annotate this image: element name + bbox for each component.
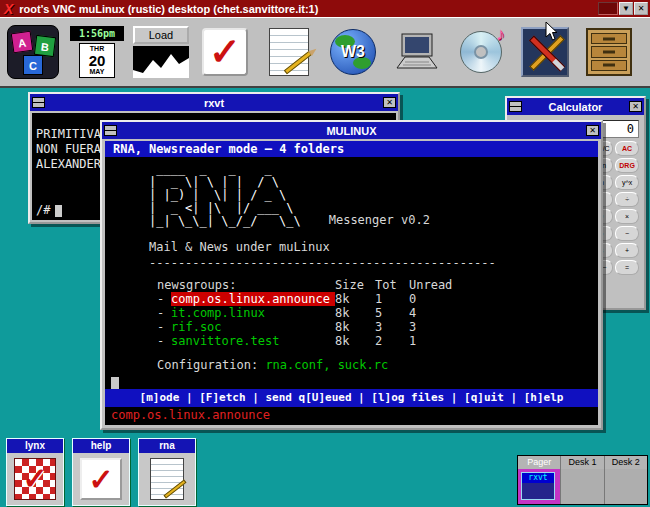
www-globe-icon[interactable]: W3 [324,21,382,83]
newsgroup-name[interactable]: rif.soc [171,320,335,334]
x11-logo-icon: X [4,1,13,17]
calc-button[interactable]: AC [615,141,639,156]
check-icon: ✓ [209,31,241,73]
rna-subtitle: Mail & News under muLinux [149,240,598,254]
help-icon-title[interactable]: help [73,439,129,453]
block-b: B [34,35,56,57]
load-button[interactable]: Load [133,26,189,44]
tasks-check-icon[interactable]: ✓ [196,21,254,83]
pager-desk-1[interactable]: Desk 1 [561,456,604,504]
lynx-icon-title[interactable]: lynx [7,439,63,453]
help-icon-window[interactable]: help ✓ [72,438,130,506]
newsgroup-name[interactable]: comp.os.linux.announce [171,292,335,306]
file-cabinet-icon[interactable] [580,21,638,83]
calc-button[interactable]: = [615,260,639,275]
calc-button[interactable]: y^x [615,175,639,190]
shell-prompt: /# [36,203,50,218]
text-cursor [55,205,62,217]
calculator-close-button[interactable]: ✕ [629,101,642,112]
calc-button[interactable]: + [615,243,639,258]
clock-time: 1:56pm [70,26,124,41]
rna-mode-header: RNA, Newsreader mode — 4 folders [105,141,598,157]
configuration-files: rna.conf, suck.rc [265,358,388,372]
rna-icon-title[interactable]: rna [139,439,195,453]
laptop-icon[interactable] [388,21,446,83]
calc-button[interactable]: DRG [615,158,639,173]
mouse-cursor [545,22,559,46]
load-monitor[interactable]: Load [132,21,190,83]
vnc-titlebar[interactable]: X root's VNC muLinux (rustic) desktop (c… [0,0,650,17]
calendar-month: MAY [80,68,114,75]
pager-desk-2[interactable]: Desk 2 [605,456,647,504]
clock-calendar-icon[interactable]: 1:56pm THR 20 MAY [68,21,126,83]
mulinux-menu-button[interactable] [104,125,117,136]
desktop: X root's VNC muLinux (rustic) desktop (c… [0,0,650,507]
newsgroup-row[interactable]: - rif.soc 8k 3 3 [157,320,598,334]
load-graph-icon [133,46,189,78]
pencil-icon [164,479,187,498]
calendar-date: 20 [80,53,114,69]
selected-newsgroup: comp.os.linux.announce [105,407,598,425]
divider: ----------------------------------------… [149,256,598,270]
mulinux-title: MULINUX [119,125,584,137]
titlebar-recess [598,2,618,15]
notepad-icon[interactable] [260,21,318,83]
help-app-icon[interactable]: ✓ [80,458,122,500]
vnc-window-title: root's VNC muLinux (rustic) desktop (che… [19,3,318,15]
calc-button[interactable]: × [615,209,639,224]
calculator-title: Calculator [524,101,627,113]
newsgroup-name[interactable]: it.comp.linux [171,306,335,320]
pager-title: Pager [518,456,560,469]
mulinux-titlebar[interactable]: MULINUX ✕ [102,122,601,139]
pager-mini-window[interactable]: rxvt [521,472,555,500]
pager-desk-current[interactable]: Pager rxvt [518,456,561,504]
rxvt-titlebar[interactable]: rxvt ✕ [30,94,398,111]
block-c: C [23,55,43,75]
music-note-icon: ♪ [496,24,505,45]
rxvt-title: rxvt [47,97,381,109]
desktop-pager[interactable]: Pager rxvt Desk 1 Desk 2 [517,455,648,505]
lynx-app-icon[interactable]: ✓ [14,458,56,500]
rxvt-close-button[interactable]: ✕ [383,97,396,108]
pencil-icon [284,51,312,75]
mulinux-close-button[interactable]: ✕ [586,125,599,136]
terminal-cursor [111,377,119,389]
close-button[interactable]: ✕ [634,2,648,15]
calc-button[interactable]: ÷ [615,192,639,207]
newsgroup-name[interactable]: sanvittore.test [171,334,335,348]
music-cd-icon[interactable]: ♪ [452,21,510,83]
newsgroup-row[interactable]: - it.comp.linux 8k 5 4 [157,306,598,320]
calculator-menu-button[interactable] [509,101,522,112]
newsgroup-row[interactable]: - sanvittore.test 8k 2 1 [157,334,598,348]
mulinux-window[interactable]: MULINUX ✕ RNA, Newsreader mode — 4 folde… [100,120,603,430]
block-a: A [11,31,34,54]
minimize-button[interactable]: ▼ [619,2,633,15]
rna-app-icon[interactable] [150,458,184,500]
rna-icon-window[interactable]: rna [138,438,196,506]
rna-version: Messenger v0.2 [329,213,430,227]
abc-blocks-icon[interactable]: A B C [4,21,62,83]
calendar: THR 20 MAY [79,43,115,77]
lynx-icon-window[interactable]: lynx ✓ [6,438,64,506]
configuration-line: Configuration: rna.conf, suck.rc [157,358,598,372]
col-unread: Unread [409,278,461,292]
calculator-titlebar[interactable]: Calculator ✕ [507,98,644,115]
newsgroup-row[interactable]: - comp.os.linux.announce 8k 1 0 [157,292,598,306]
col-tot: Tot [375,278,409,292]
rxvt-menu-button[interactable] [32,97,45,108]
col-size: Size [335,278,375,292]
rna-terminal[interactable]: RNA, Newsreader mode — 4 folders ____ _ … [105,141,598,425]
calc-button[interactable]: − [615,226,639,241]
newsgroups-header: newsgroups: Size Tot Unread [157,278,598,292]
rna-ascii-logo: ____ _ _ _ | _ \| \ | | / \ | |_) | \| |… [149,163,301,228]
w3-label: W3 [341,43,365,61]
rna-command-bar[interactable]: [m]ode | [F]etch | send q[U]eued | [l]og… [105,389,598,407]
